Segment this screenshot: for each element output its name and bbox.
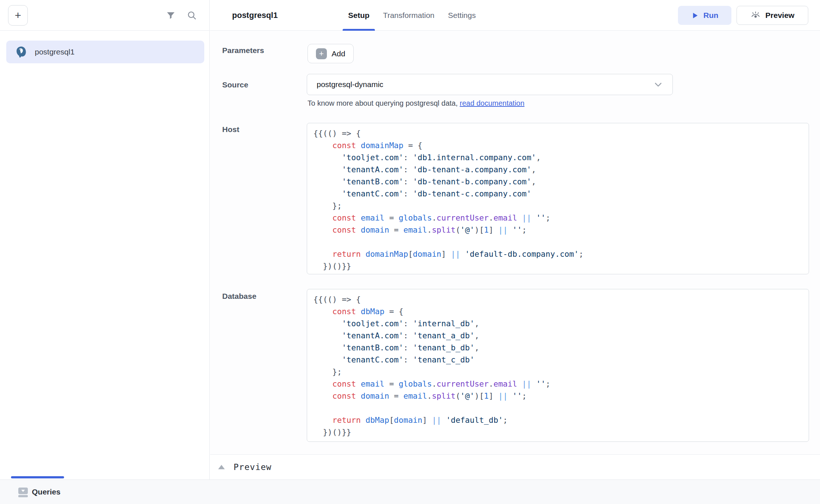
source-label: Source bbox=[222, 80, 248, 89]
query-editor-header: postgresql1 Setup Transformation Setting… bbox=[210, 0, 820, 31]
search-icon[interactable] bbox=[187, 10, 197, 20]
read-documentation-link[interactable]: read documentation bbox=[460, 99, 525, 107]
host-code-editor[interactable]: {{(() => { const domainMap = { 'tooljet.… bbox=[307, 123, 809, 274]
run-button[interactable]: Run bbox=[678, 6, 731, 25]
sidebar-toolbar: + bbox=[0, 0, 209, 31]
source-select[interactable]: postgresql-dynamic bbox=[307, 74, 673, 95]
preview-section-label: Preview bbox=[234, 462, 272, 472]
query-title: postgresql1 bbox=[232, 0, 278, 31]
tab-setup[interactable]: Setup bbox=[348, 0, 369, 31]
query-list-item-postgresql1[interactable]: postgresql1 bbox=[6, 41, 204, 63]
query-list-sidebar: + postgresql1 bbox=[0, 0, 210, 479]
database-label: Database bbox=[222, 292, 256, 301]
editor-tabs: Setup Transformation Settings bbox=[348, 0, 476, 31]
chevron-down-icon bbox=[653, 80, 663, 89]
add-parameter-button[interactable]: + Add bbox=[308, 44, 354, 63]
query-editor-app: + postgresql1 bbox=[0, 0, 820, 504]
postgresql-icon bbox=[15, 46, 27, 58]
preview-button[interactable]: Preview bbox=[737, 6, 808, 25]
tab-settings[interactable]: Settings bbox=[448, 0, 476, 31]
header-actions: Run Preview bbox=[678, 6, 808, 25]
bottom-panel-bar: Queries bbox=[0, 479, 820, 504]
database-code-editor[interactable]: {{(() => { const dbMap = { 'tooljet.com'… bbox=[307, 289, 809, 442]
queries-icon bbox=[18, 486, 29, 497]
eye-icon bbox=[750, 10, 761, 20]
queries-panel-label: Queries bbox=[32, 488, 60, 496]
preview-section-toggle[interactable]: Preview bbox=[210, 454, 820, 479]
play-icon bbox=[691, 12, 699, 19]
plus-icon: + bbox=[316, 48, 327, 59]
tab-transformation[interactable]: Transformation bbox=[383, 0, 434, 31]
collapse-up-icon bbox=[218, 465, 225, 469]
filter-icon[interactable] bbox=[166, 11, 176, 20]
source-selected-value: postgresql-dynamic bbox=[317, 80, 653, 89]
query-editor-main: postgresql1 Setup Transformation Setting… bbox=[210, 0, 820, 479]
host-label: Host bbox=[222, 125, 239, 134]
source-help-text: To know more about querying postgresql d… bbox=[308, 99, 525, 108]
queries-panel-tab[interactable]: Queries bbox=[18, 486, 60, 497]
queries-panel-active-indicator bbox=[11, 476, 64, 478]
parameters-label: Parameters bbox=[222, 46, 264, 55]
query-list: postgresql1 bbox=[0, 31, 209, 63]
query-item-label: postgresql1 bbox=[35, 48, 75, 56]
add-query-button[interactable]: + bbox=[8, 5, 28, 26]
